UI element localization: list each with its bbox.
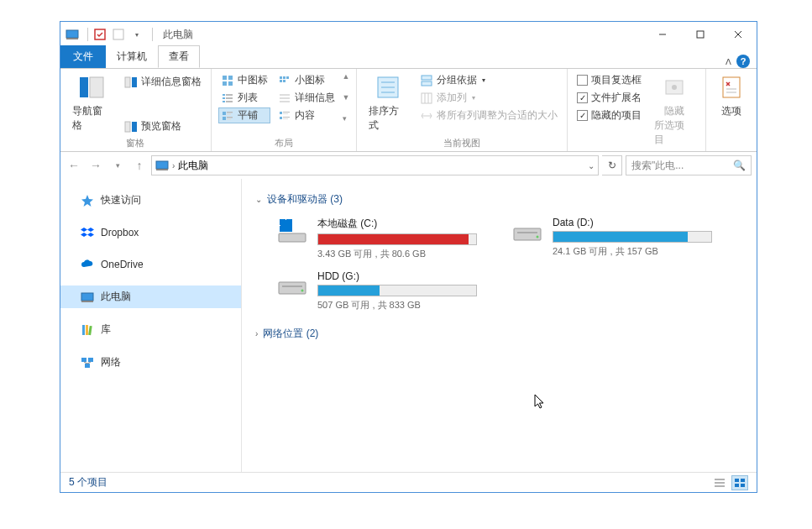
- view-tiles-button[interactable]: [731, 475, 748, 490]
- ribbon-group-currentview: 排序方式 分组依据▾ 添加列▾ 将所有列调整为合适的大小 当前视图: [357, 69, 568, 151]
- ribbon: 导航窗格 详细信息窗格 预览窗格 窗格 中图标: [60, 68, 757, 152]
- svg-rect-55: [723, 77, 740, 97]
- svg-rect-0: [66, 30, 78, 38]
- svg-rect-50: [422, 93, 432, 103]
- qat-separator: [152, 28, 153, 41]
- qat-dropdown-icon[interactable]: ▾: [130, 28, 144, 41]
- svg-rect-63: [86, 325, 88, 335]
- star-icon: [81, 194, 94, 207]
- layout-more-icon[interactable]: ▾: [343, 114, 350, 123]
- svg-rect-75: [280, 226, 286, 232]
- svg-rect-86: [735, 479, 739, 482]
- layout-medium-icons[interactable]: 中图标: [218, 72, 270, 88]
- svg-rect-78: [517, 232, 537, 233]
- svg-rect-76: [286, 226, 292, 232]
- content-area: 快速访问 Dropbox OneDrive 此电脑 库: [60, 179, 757, 472]
- svg-rect-81: [282, 285, 302, 287]
- address-input[interactable]: › 此电脑 ⌄: [151, 155, 599, 175]
- network-icon: [81, 356, 94, 369]
- group-network-locations[interactable]: › 网络位置 (2): [255, 323, 743, 344]
- svg-point-54: [672, 85, 677, 90]
- drive-tile[interactable]: Data (D:)24.1 GB 可用 , 共 157 GB: [511, 217, 712, 260]
- sidebar-item-network[interactable]: 网络: [60, 351, 241, 374]
- svg-rect-77: [514, 228, 541, 240]
- nav-forward-button[interactable]: →: [87, 157, 104, 174]
- main-pane: ⌄ 设备和驱动器 (3) 本地磁盘 (C:)3.43 GB 可用 , 共 80.…: [242, 179, 757, 472]
- layout-small-icons[interactable]: 小图标: [275, 72, 338, 88]
- preview-pane-button[interactable]: 预览窗格: [122, 118, 204, 134]
- svg-rect-22: [223, 101, 225, 102]
- qat-properties-icon[interactable]: [93, 28, 107, 41]
- sidebar-item-onedrive[interactable]: OneDrive: [60, 254, 241, 275]
- navigation-sidebar: 快速访问 Dropbox OneDrive 此电脑 库: [60, 179, 242, 472]
- options-button[interactable]: 选项: [713, 72, 750, 120]
- layout-scroll-down-icon[interactable]: ▼: [343, 93, 350, 102]
- computer-icon: [81, 291, 94, 304]
- svg-rect-41: [280, 117, 282, 119]
- details-pane-button[interactable]: 详细信息窗格: [122, 74, 204, 90]
- drive-status: 507 GB 可用 , 共 833 GB: [317, 299, 477, 312]
- layout-list[interactable]: 列表: [218, 90, 270, 106]
- layout-scroll-up-icon[interactable]: ▲: [343, 72, 350, 81]
- address-bar: ← → ▾ ↑ › 此电脑 ⌄ ↻ 搜索"此电... 🔍: [60, 152, 757, 179]
- ribbon-group-options: 选项: [706, 69, 757, 151]
- hidden-items-toggle[interactable]: ✓隐藏的项目: [574, 107, 644, 123]
- svg-rect-74: [286, 219, 292, 225]
- breadcrumb-location[interactable]: 此电脑: [178, 159, 208, 173]
- search-placeholder: 搜索"此电...: [631, 159, 684, 173]
- nav-recent-dropdown[interactable]: ▾: [109, 157, 126, 174]
- sidebar-item-quickaccess[interactable]: 快速访问: [60, 189, 241, 212]
- svg-rect-14: [223, 76, 227, 80]
- item-count: 5 个项目: [69, 475, 107, 490]
- nav-up-button[interactable]: ↑: [131, 157, 148, 174]
- collapse-ribbon-icon[interactable]: ᐱ: [726, 57, 731, 66]
- breadcrumb-sep-icon[interactable]: ›: [172, 161, 175, 170]
- refresh-button[interactable]: ↻: [602, 155, 622, 175]
- drives-container: 本地磁盘 (C:)3.43 GB 可用 , 共 80.6 GBData (D:)…: [255, 210, 743, 323]
- svg-rect-24: [223, 112, 226, 115]
- maximize-button[interactable]: [681, 22, 719, 47]
- drive-usage-bar: [317, 285, 477, 296]
- svg-rect-60: [81, 293, 93, 301]
- close-button[interactable]: [719, 22, 757, 47]
- svg-rect-5: [697, 31, 704, 38]
- drive-usage-bar: [553, 231, 712, 243]
- view-details-button[interactable]: [711, 475, 728, 490]
- sort-button[interactable]: 排序方式: [364, 72, 412, 134]
- tab-file[interactable]: 文件: [60, 45, 106, 68]
- svg-rect-28: [227, 117, 233, 118]
- layout-tiles[interactable]: 平铺: [218, 107, 270, 123]
- search-input[interactable]: 搜索"此电... 🔍: [626, 155, 752, 175]
- layout-content[interactable]: 内容: [275, 107, 338, 123]
- svg-rect-66: [88, 358, 93, 362]
- chevron-right-icon: ›: [255, 329, 258, 338]
- svg-rect-12: [125, 122, 130, 132]
- ribbon-group-panes: 导航窗格 详细信息窗格 预览窗格 窗格: [60, 69, 212, 151]
- address-dropdown-icon[interactable]: ⌄: [588, 161, 595, 170]
- drive-tile[interactable]: 本地磁盘 (C:)3.43 GB 可用 , 共 80.6 GB: [275, 217, 477, 260]
- tab-view[interactable]: 查看: [158, 45, 200, 68]
- nav-back-button[interactable]: ←: [65, 157, 82, 174]
- sidebar-item-libraries[interactable]: 库: [60, 318, 241, 341]
- drive-icon: [275, 270, 309, 301]
- svg-rect-1: [66, 38, 78, 39]
- titlebar: ▾ 此电脑: [60, 22, 757, 47]
- qat-blank-icon[interactable]: [112, 28, 125, 41]
- group-by-button[interactable]: 分组依据▾: [417, 72, 560, 88]
- svg-rect-64: [88, 325, 92, 334]
- item-checkboxes-toggle[interactable]: 项目复选框: [574, 72, 644, 88]
- minimize-button[interactable]: [643, 22, 681, 47]
- ribbon-tabs: 文件 计算机 查看 ᐱ ?: [60, 47, 757, 68]
- group-devices[interactable]: ⌄ 设备和驱动器 (3): [255, 189, 743, 210]
- svg-rect-16: [223, 81, 227, 86]
- sidebar-item-thispc[interactable]: 此电脑: [60, 285, 241, 308]
- tab-computer[interactable]: 计算机: [106, 45, 158, 68]
- drive-tile[interactable]: HDD (G:)507 GB 可用 , 共 833 GB: [275, 270, 477, 312]
- nav-pane-button[interactable]: 导航窗格: [67, 72, 117, 134]
- svg-rect-48: [422, 76, 432, 80]
- sidebar-item-dropbox[interactable]: Dropbox: [60, 222, 241, 244]
- file-extensions-toggle[interactable]: ✓文件扩展名: [574, 90, 644, 106]
- layout-details[interactable]: 详细信息: [275, 90, 338, 106]
- svg-rect-32: [286, 76, 289, 79]
- help-icon[interactable]: ?: [736, 55, 750, 68]
